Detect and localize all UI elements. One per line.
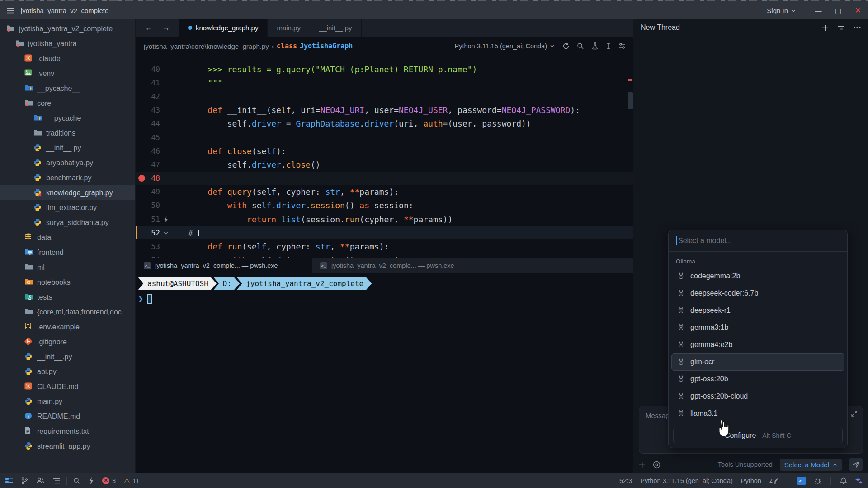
code-line-41[interactable]: 41 """: [136, 76, 633, 89]
gutter[interactable]: 52: [136, 229, 172, 237]
model-search-input[interactable]: Select a model...: [669, 230, 847, 252]
code-line-45[interactable]: 45: [136, 131, 633, 144]
gutter[interactable]: 54: [136, 256, 172, 258]
tree-item--pycache-[interactable]: __pycache__: [0, 111, 135, 126]
nav-forward-icon[interactable]: →: [162, 23, 170, 33]
fold-chevron-icon[interactable]: [160, 231, 172, 235]
model-option-llama3-1[interactable]: llama3.1: [671, 405, 844, 422]
tree-item--gitignore[interactable]: .gitignore: [0, 334, 135, 349]
select-model-button[interactable]: Select a Model: [780, 459, 842, 471]
gutter[interactable]: 47: [136, 160, 172, 169]
tree-item-llm-extractor-py[interactable]: llm_extractor.py: [0, 200, 135, 215]
code-line-54[interactable]: 54 with self.driver.session() as session…: [136, 253, 633, 258]
terminal-panel[interactable]: ashut@ASHUTOSHD:jyotisha_yantra_v2_compl…: [136, 273, 633, 473]
nav-back-icon[interactable]: ←: [145, 23, 153, 33]
gutter[interactable]: 45: [136, 133, 172, 142]
git-branch-icon[interactable]: [21, 477, 28, 484]
debug-icon[interactable]: [814, 477, 821, 484]
breadcrumb-path[interactable]: jyotisha_yantra\core\knowledge_graph.py: [144, 42, 269, 50]
send-button[interactable]: [849, 458, 863, 471]
code-line-48[interactable]: 48: [136, 172, 633, 185]
gutter[interactable]: 40: [136, 65, 172, 74]
outline-view-icon[interactable]: [53, 478, 60, 484]
maximize-button[interactable]: ▢: [828, 3, 848, 19]
z-edit-icon[interactable]: z: [769, 477, 778, 484]
accounts-icon[interactable]: [36, 477, 45, 484]
editor-tab-main-py[interactable]: main.py: [268, 19, 310, 37]
expand-input-icon[interactable]: [851, 411, 857, 417]
gutter[interactable]: 48: [136, 174, 172, 183]
model-option-gpt-oss-20b-cloud[interactable]: gpt-oss:20b-cloud: [671, 388, 844, 405]
gutter[interactable]: 43: [136, 106, 172, 114]
tree-item--claude[interactable]: .claude: [0, 51, 135, 66]
python-interpreter[interactable]: Python 3.11.15 (gen_ai; Conda): [640, 477, 733, 484]
gutter[interactable]: 51: [136, 215, 172, 224]
gutter[interactable]: 41: [136, 79, 172, 87]
tree-item-requirements-txt[interactable]: requirements.txt: [0, 424, 135, 439]
code-line-50[interactable]: 50 with self.driver.session() as session…: [136, 199, 633, 212]
gutter[interactable]: 49: [136, 188, 172, 196]
gutter[interactable]: 53: [136, 242, 172, 251]
model-option-glm-ocr[interactable]: glm-ocr: [671, 353, 844, 371]
model-option-codegemma-2b[interactable]: codegemma:2b: [671, 267, 844, 285]
code-line-47[interactable]: 47 self.driver.close(): [136, 158, 633, 171]
more-options-icon[interactable]: [854, 27, 861, 28]
tree-item--pycache-[interactable]: __pycache__: [0, 81, 135, 96]
code-line-52[interactable]: 52#: [136, 226, 633, 239]
code-line-40[interactable]: 40 >>> results = g.query("MATCH (p:Plane…: [136, 62, 633, 76]
tree-item-claude-md[interactable]: CLAUDE.md: [0, 379, 135, 394]
language-mode[interactable]: Python: [741, 477, 761, 484]
tree-item-notebooks[interactable]: notebooks: [0, 275, 135, 290]
code-line-44[interactable]: 44 self.driver = GraphDatabase.driver(ur…: [136, 117, 633, 131]
model-option-gemma3-1b[interactable]: gemma3:1b: [671, 319, 844, 336]
tree-item-surya-siddhanta-py[interactable]: surya_siddhanta.py: [0, 215, 135, 230]
tree-item-tests[interactable]: tests: [0, 290, 135, 305]
tree-item-jyotisha-yantra-v2-complete[interactable]: jyotisha_yantra_v2_complete: [0, 21, 135, 36]
warnings-badge[interactable]: ⚠ 11: [124, 477, 140, 485]
tree-item-core[interactable]: core: [0, 96, 135, 111]
search-icon[interactable]: [577, 42, 584, 50]
tree-item-knowledge-graph-py[interactable]: knowledge_graph.py: [0, 185, 135, 200]
gutter[interactable]: 46: [136, 147, 172, 155]
breakpoint-icon[interactable]: [138, 175, 145, 182]
code-line-49[interactable]: 49 def query(self, cypher: str, **params…: [136, 185, 633, 199]
terminal-icon[interactable]: >_: [797, 477, 806, 485]
configure-button[interactable]: Configure Alt-Shift-C: [673, 428, 843, 443]
tree-item-readme-md[interactable]: iREADME.md: [0, 409, 135, 424]
model-option-llama3-2[interactable]: llama3.2: [671, 422, 844, 425]
tree-item-streamlit-app-py[interactable]: streamlit_app.py: [0, 439, 135, 454]
notifications-bell-icon[interactable]: [840, 477, 847, 484]
ai-sparkles-icon[interactable]: [855, 477, 863, 484]
tree-item-frontend[interactable]: frontend: [0, 245, 135, 260]
model-option-deepseek-r1[interactable]: deepseek-r1: [671, 302, 844, 319]
code-line-46[interactable]: 46 def close(self):: [136, 144, 633, 158]
editor-tab-knowledge-graph-py[interactable]: knowledge_graph.py: [179, 19, 268, 37]
tree-item-ml[interactable]: ml: [0, 260, 135, 275]
menu-hamburger-icon[interactable]: [0, 8, 21, 14]
terminal-tab[interactable]: >_jyotisha_yantra_v2_comple... — pwsh.ex…: [136, 258, 312, 273]
new-thread-icon[interactable]: [822, 24, 829, 31]
breadcrumb-symbol-name[interactable]: JyotishaGraph: [300, 42, 353, 50]
model-option-deepseek-coder-6-7b[interactable]: deepseek-coder:6.7b: [671, 285, 844, 302]
code-line-42[interactable]: 42: [136, 89, 633, 103]
thread-history-icon[interactable]: [838, 25, 844, 30]
tree-item-data[interactable]: data: [0, 230, 135, 245]
editor-tab--init-py[interactable]: __init__.py: [310, 19, 362, 37]
context-globe-icon[interactable]: [653, 461, 660, 469]
code-line-53[interactable]: 53 def run(self, cypher: str, **params):: [136, 239, 633, 253]
lightning-icon[interactable]: [89, 477, 94, 484]
tree-item--init-py[interactable]: __init__.py: [0, 141, 135, 155]
code-editor[interactable]: 40 >>> results = g.query("MATCH (p:Plane…: [136, 55, 633, 258]
tree-item--venv[interactable]: .venv: [0, 66, 135, 81]
add-context-icon[interactable]: [639, 461, 646, 468]
beaker-icon[interactable]: [591, 42, 599, 50]
tree-item--env-example[interactable]: .env.example: [0, 319, 135, 334]
interpreter-selector[interactable]: Python 3.11.15 (gen_ai; Conda): [455, 42, 555, 50]
sync-icon[interactable]: [562, 42, 570, 50]
tree-item-traditions[interactable]: traditions: [0, 126, 135, 141]
model-option-gpt-oss-20b[interactable]: gpt-oss:20b: [671, 371, 844, 388]
tree-item-main-py[interactable]: main.py: [0, 394, 135, 409]
sign-in-button[interactable]: Sign In: [767, 7, 796, 14]
tree-item-jyotisha-yantra[interactable]: jyotisha_yantra: [0, 36, 135, 51]
gutter[interactable]: 44: [136, 119, 172, 128]
